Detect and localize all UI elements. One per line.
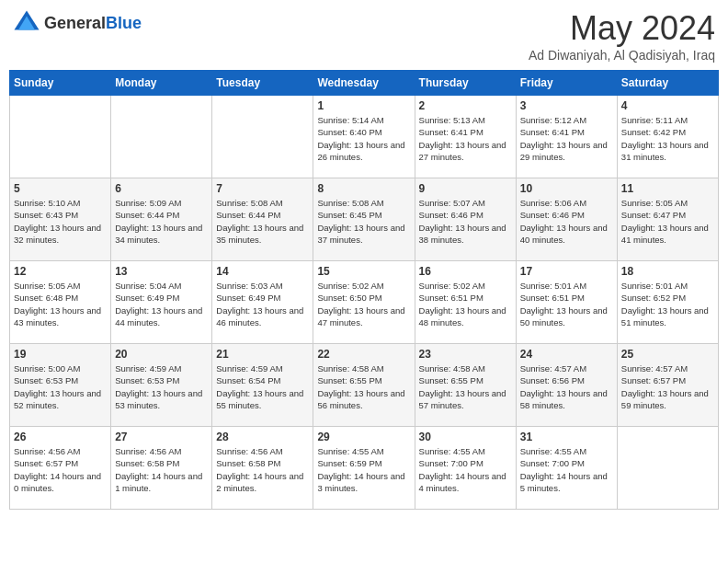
day-number: 29 (317, 431, 410, 443)
day-info: Sunrise: 4:58 AM Sunset: 6:55 PM Dayligh… (317, 362, 410, 411)
day-info: Sunrise: 5:01 AM Sunset: 6:52 PM Dayligh… (621, 280, 714, 328)
calendar-cell: 24Sunrise: 4:57 AM Sunset: 6:56 PM Dayli… (516, 344, 617, 427)
day-info: Sunrise: 4:59 AM Sunset: 6:54 PM Dayligh… (216, 362, 309, 411)
calendar-week-row: 19Sunrise: 5:00 AM Sunset: 6:53 PM Dayli… (10, 344, 719, 427)
calendar-cell (617, 427, 718, 510)
day-number: 8 (317, 182, 410, 195)
calendar-week-row: 1Sunrise: 5:14 AM Sunset: 6:40 PM Daylig… (10, 96, 719, 178)
calendar-cell: 17Sunrise: 5:01 AM Sunset: 6:51 PM Dayli… (516, 261, 617, 344)
logo-general: General (44, 14, 106, 33)
day-number: 31 (520, 431, 613, 443)
day-info: Sunrise: 4:59 AM Sunset: 6:53 PM Dayligh… (115, 362, 208, 411)
calendar-cell: 23Sunrise: 4:58 AM Sunset: 6:55 PM Dayli… (415, 344, 516, 427)
calendar-week-row: 26Sunrise: 4:56 AM Sunset: 6:57 PM Dayli… (10, 427, 719, 510)
calendar-week-row: 5Sunrise: 5:10 AM Sunset: 6:43 PM Daylig… (10, 178, 719, 261)
calendar-cell: 20Sunrise: 4:59 AM Sunset: 6:53 PM Dayli… (111, 344, 212, 427)
calendar-cell: 18Sunrise: 5:01 AM Sunset: 6:52 PM Dayli… (617, 261, 718, 344)
calendar-cell: 28Sunrise: 4:56 AM Sunset: 6:58 PM Dayli… (212, 427, 313, 510)
day-info: Sunrise: 5:14 AM Sunset: 6:40 PM Dayligh… (317, 114, 410, 163)
day-info: Sunrise: 4:55 AM Sunset: 7:00 PM Dayligh… (419, 445, 512, 494)
day-info: Sunrise: 5:08 AM Sunset: 6:44 PM Dayligh… (216, 197, 309, 246)
day-info: Sunrise: 5:01 AM Sunset: 6:51 PM Dayligh… (520, 280, 613, 328)
day-number: 22 (317, 348, 410, 361)
calendar-cell: 29Sunrise: 4:55 AM Sunset: 6:59 PM Dayli… (313, 427, 415, 510)
calendar-cell: 30Sunrise: 4:55 AM Sunset: 7:00 PM Dayli… (415, 427, 516, 510)
page-header: General Blue May 2024 Ad Diwaniyah, Al Q… (9, 9, 719, 63)
calendar-header-row: SundayMondayTuesdayWednesdayThursdayFrid… (10, 71, 719, 96)
calendar-cell: 2Sunrise: 5:13 AM Sunset: 6:41 PM Daylig… (415, 96, 516, 178)
header-thursday: Thursday (415, 71, 516, 96)
day-number: 9 (419, 182, 512, 195)
day-info: Sunrise: 4:55 AM Sunset: 7:00 PM Dayligh… (520, 445, 613, 494)
calendar-cell: 16Sunrise: 5:02 AM Sunset: 6:51 PM Dayli… (415, 261, 516, 344)
header-monday: Monday (111, 71, 212, 96)
day-info: Sunrise: 4:56 AM Sunset: 6:58 PM Dayligh… (216, 445, 309, 494)
calendar-cell: 11Sunrise: 5:05 AM Sunset: 6:47 PM Dayli… (617, 178, 718, 261)
day-info: Sunrise: 5:10 AM Sunset: 6:43 PM Dayligh… (14, 197, 107, 246)
day-info: Sunrise: 5:05 AM Sunset: 6:48 PM Dayligh… (14, 280, 107, 328)
day-number: 17 (520, 265, 613, 278)
day-info: Sunrise: 5:02 AM Sunset: 6:50 PM Dayligh… (317, 280, 410, 328)
day-info: Sunrise: 5:02 AM Sunset: 6:51 PM Dayligh… (419, 280, 512, 328)
day-info: Sunrise: 4:57 AM Sunset: 6:57 PM Dayligh… (621, 362, 714, 411)
day-info: Sunrise: 4:58 AM Sunset: 6:55 PM Dayligh… (419, 362, 512, 411)
day-number: 21 (216, 348, 309, 361)
calendar-cell: 8Sunrise: 5:08 AM Sunset: 6:45 PM Daylig… (313, 178, 415, 261)
calendar-cell: 3Sunrise: 5:12 AM Sunset: 6:41 PM Daylig… (516, 96, 617, 178)
logo: General Blue (13, 9, 142, 37)
day-info: Sunrise: 5:08 AM Sunset: 6:45 PM Dayligh… (317, 197, 410, 246)
day-info: Sunrise: 5:06 AM Sunset: 6:46 PM Dayligh… (520, 197, 613, 246)
day-number: 13 (115, 265, 208, 278)
day-number: 14 (216, 265, 309, 278)
day-info: Sunrise: 5:05 AM Sunset: 6:47 PM Dayligh… (621, 197, 714, 246)
logo-blue: Blue (106, 14, 142, 33)
day-number: 3 (520, 99, 613, 112)
day-number: 27 (115, 431, 208, 443)
day-number: 15 (317, 265, 410, 278)
day-info: Sunrise: 5:13 AM Sunset: 6:41 PM Dayligh… (419, 114, 512, 163)
location-subtitle: Ad Diwaniyah, Al Qadisiyah, Iraq (529, 48, 715, 63)
day-number: 4 (621, 99, 714, 112)
day-info: Sunrise: 4:55 AM Sunset: 6:59 PM Dayligh… (317, 445, 410, 494)
day-info: Sunrise: 5:09 AM Sunset: 6:44 PM Dayligh… (115, 197, 208, 246)
calendar-cell: 1Sunrise: 5:14 AM Sunset: 6:40 PM Daylig… (313, 96, 415, 178)
title-block: May 2024 Ad Diwaniyah, Al Qadisiyah, Ira… (529, 9, 715, 63)
header-sunday: Sunday (10, 71, 111, 96)
month-year-title: May 2024 (529, 9, 715, 48)
day-info: Sunrise: 5:07 AM Sunset: 6:46 PM Dayligh… (419, 197, 512, 246)
day-number: 5 (14, 182, 107, 195)
calendar-cell (111, 96, 212, 178)
day-number: 10 (520, 182, 613, 195)
calendar-cell: 15Sunrise: 5:02 AM Sunset: 6:50 PM Dayli… (313, 261, 415, 344)
calendar-cell: 10Sunrise: 5:06 AM Sunset: 6:46 PM Dayli… (516, 178, 617, 261)
day-number: 19 (14, 348, 107, 361)
day-number: 16 (419, 265, 512, 278)
calendar-cell: 12Sunrise: 5:05 AM Sunset: 6:48 PM Dayli… (10, 261, 111, 344)
logo-text: General Blue (44, 14, 142, 33)
day-number: 28 (216, 431, 309, 443)
calendar-cell: 25Sunrise: 4:57 AM Sunset: 6:57 PM Dayli… (617, 344, 718, 427)
calendar-cell: 31Sunrise: 4:55 AM Sunset: 7:00 PM Dayli… (516, 427, 617, 510)
calendar-cell: 22Sunrise: 4:58 AM Sunset: 6:55 PM Dayli… (313, 344, 415, 427)
day-number: 18 (621, 265, 714, 278)
header-saturday: Saturday (617, 71, 718, 96)
day-number: 1 (317, 99, 410, 112)
calendar-table: SundayMondayTuesdayWednesdayThursdayFrid… (9, 70, 719, 510)
day-number: 12 (14, 265, 107, 278)
day-number: 6 (115, 182, 208, 195)
calendar-week-row: 12Sunrise: 5:05 AM Sunset: 6:48 PM Dayli… (10, 261, 719, 344)
header-tuesday: Tuesday (212, 71, 313, 96)
calendar-cell: 4Sunrise: 5:11 AM Sunset: 6:42 PM Daylig… (617, 96, 718, 178)
day-number: 2 (419, 99, 512, 112)
calendar-cell: 27Sunrise: 4:56 AM Sunset: 6:58 PM Dayli… (111, 427, 212, 510)
day-number: 30 (419, 431, 512, 443)
logo-icon (13, 9, 40, 37)
day-number: 23 (419, 348, 512, 361)
header-wednesday: Wednesday (313, 71, 415, 96)
calendar-cell: 19Sunrise: 5:00 AM Sunset: 6:53 PM Dayli… (10, 344, 111, 427)
calendar-cell: 6Sunrise: 5:09 AM Sunset: 6:44 PM Daylig… (111, 178, 212, 261)
day-number: 26 (14, 431, 107, 443)
calendar-cell: 7Sunrise: 5:08 AM Sunset: 6:44 PM Daylig… (212, 178, 313, 261)
calendar-cell: 14Sunrise: 5:03 AM Sunset: 6:49 PM Dayli… (212, 261, 313, 344)
day-number: 25 (621, 348, 714, 361)
